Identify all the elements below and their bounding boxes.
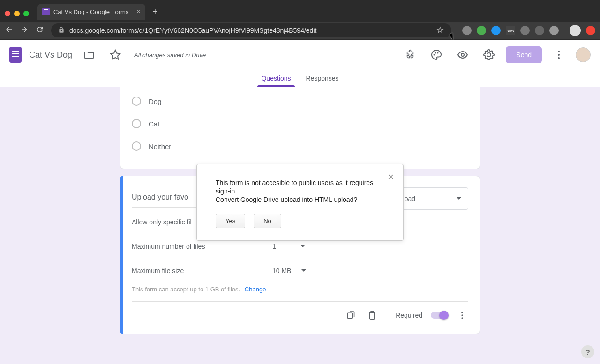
dialog-yes-button[interactable]: Yes — [216, 214, 245, 228]
option-label: Cat — [149, 120, 159, 128]
address-bar[interactable]: docs.google.com/forms/d/1QrEYytV662N0O5a… — [51, 23, 451, 37]
google-forms-logo-icon[interactable] — [9, 47, 22, 63]
extension-icons: NEW — [462, 25, 595, 36]
duplicate-icon[interactable] — [345, 309, 358, 321]
question-footer: Required — [132, 301, 468, 322]
extension-red-icon[interactable] — [586, 26, 595, 35]
dialog-no-button[interactable]: No — [254, 214, 281, 228]
dropdown-caret-icon — [457, 196, 461, 201]
max-size-dropdown[interactable]: 10 MB — [272, 267, 306, 275]
radio-icon — [132, 119, 141, 128]
nav-bar: docs.google.com/forms/d/1QrEYytV662N0O5a… — [0, 22, 600, 39]
extension-drive-icon[interactable] — [462, 26, 472, 35]
account-avatar[interactable] — [576, 47, 591, 62]
browser-tab-active[interactable]: Cat Vs Dog - Google Forms × — [38, 4, 145, 20]
option-row[interactable]: Cat — [132, 112, 468, 135]
extension-green-icon[interactable] — [477, 26, 486, 35]
help-button[interactable]: ? — [581, 345, 594, 358]
svg-point-9 — [461, 317, 463, 319]
tab-title: Cat Vs Dog - Google Forms — [53, 8, 133, 15]
svg-point-1 — [435, 52, 436, 54]
setting-label: Maximum file size — [132, 267, 272, 275]
url-text: docs.google.com/forms/d/1QrEYytV662N0O5a… — [69, 27, 431, 34]
bookmark-star-icon[interactable] — [436, 26, 444, 36]
forms-header: Cat Vs Dog All changes saved in Drive Se… — [0, 40, 600, 70]
tab-questions[interactable]: Questions — [259, 70, 292, 87]
option-label: Neither — [149, 142, 171, 150]
extension-gray3-icon[interactable] — [549, 26, 559, 35]
extension-divider — [564, 26, 564, 35]
preview-icon[interactable] — [453, 45, 472, 64]
extension-gray2-icon[interactable] — [535, 26, 544, 35]
settings-gear-icon[interactable] — [480, 45, 498, 64]
forward-button[interactable] — [20, 25, 29, 36]
accept-note: This form can accept up to 1 GB of files… — [132, 283, 468, 301]
dropdown-caret-icon — [301, 268, 306, 273]
radio-icon — [132, 97, 141, 106]
max-files-dropdown[interactable]: 1 — [272, 243, 305, 250]
minimize-window-button[interactable] — [14, 11, 20, 16]
confirm-dialog: × This form is not accesible to public u… — [196, 164, 404, 241]
star-document-icon[interactable] — [106, 45, 125, 64]
svg-point-2 — [437, 52, 439, 54]
new-tab-button[interactable]: + — [152, 7, 158, 17]
question-more-icon[interactable] — [456, 309, 468, 321]
move-to-folder-icon[interactable] — [80, 45, 98, 64]
save-status: All changes saved in Drive — [134, 52, 206, 59]
required-toggle[interactable] — [431, 312, 448, 319]
extension-new-badge[interactable]: NEW — [506, 26, 515, 35]
svg-point-7 — [461, 312, 463, 313]
forms-tabs: Questions Responses — [0, 70, 600, 87]
lock-icon — [58, 27, 65, 35]
extension-gray1-icon[interactable] — [520, 26, 530, 35]
svg-point-6 — [558, 57, 560, 59]
svg-point-3 — [461, 53, 464, 56]
window-controls — [5, 11, 29, 16]
svg-point-4 — [558, 51, 560, 52]
radio-icon — [132, 141, 141, 151]
browser-chrome: Cat Vs Dog - Google Forms × + docs.googl… — [0, 0, 600, 40]
option-label: Dog — [149, 97, 162, 105]
setting-label: Maximum number of files — [132, 243, 272, 250]
back-button[interactable] — [5, 25, 13, 36]
dialog-message: This form is not accesible to public use… — [216, 178, 384, 204]
document-title[interactable]: Cat Vs Dog — [29, 50, 72, 60]
change-link[interactable]: Change — [245, 286, 266, 293]
forms-favicon-icon — [42, 8, 50, 15]
option-row[interactable]: Dog — [132, 90, 468, 112]
maximize-window-button[interactable] — [23, 11, 29, 16]
footer-divider — [387, 308, 387, 322]
delete-icon[interactable] — [366, 309, 378, 321]
multiple-choice-card: Dog Cat Neither — [120, 87, 480, 169]
more-options-icon[interactable] — [549, 45, 568, 64]
reload-button[interactable] — [36, 25, 44, 36]
browser-profile-avatar[interactable] — [570, 25, 581, 36]
tab-responses[interactable]: Responses — [304, 70, 341, 87]
option-row[interactable]: Neither — [132, 135, 468, 157]
tab-bar: Cat Vs Dog - Google Forms × + — [38, 4, 158, 20]
svg-point-0 — [434, 54, 435, 56]
addons-icon[interactable] — [401, 45, 420, 64]
close-window-button[interactable] — [5, 11, 10, 16]
extension-blue-icon[interactable] — [491, 26, 501, 35]
customize-theme-icon[interactable] — [427, 45, 446, 64]
tab-close-icon[interactable]: × — [136, 7, 141, 16]
send-button[interactable]: Send — [506, 46, 542, 63]
svg-point-5 — [558, 54, 560, 56]
dialog-close-icon[interactable]: × — [388, 171, 394, 183]
svg-point-8 — [461, 314, 463, 316]
dropdown-caret-icon — [300, 244, 305, 249]
max-size-row: Maximum file size 10 MB — [132, 259, 468, 283]
required-label: Required — [396, 312, 422, 319]
